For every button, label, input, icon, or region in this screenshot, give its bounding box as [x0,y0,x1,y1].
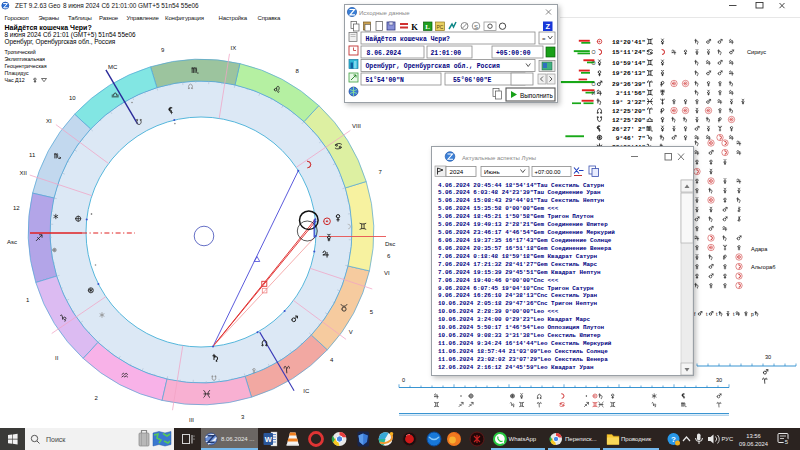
svg-text:7.06.2024 17:21:32 28°41′27″Ge: 7.06.2024 17:21:32 28°41′27″Gem Секстиль… [438,261,598,268]
svg-text:Гороскоп: Гороскоп [5,15,29,21]
svg-text:3°11′56″: 3°11′56″ [616,90,646,97]
svg-text:12°25′20″: 12°25′20″ [612,117,645,124]
svg-text:Актуальные аспекты Луны: Актуальные аспекты Луны [462,155,536,161]
svg-text:5.06.2024 23:46:17 4°46′54″Ge: 5.06.2024 23:46:17 4°46′54″Gem Соединени… [438,229,615,236]
svg-text:Выполнить: Выполнить [520,92,553,99]
svg-text:Июнь: Июнь [484,168,500,175]
svg-text:30: 30 [765,354,771,360]
svg-text:О: О [592,81,596,87]
svg-text:L: L [425,23,430,31]
svg-text:K: K [411,22,418,32]
svg-text:Справка: Справка [258,15,281,21]
svg-text:21:01:00: 21:01:00 [431,50,462,57]
svg-text:Адара: Адара [751,246,768,252]
svg-text:2024: 2024 [450,168,464,175]
svg-text:РУС: РУС [722,436,734,442]
svg-text:5.06.2024 6:03:48 24°23′39″Ta: 5.06.2024 6:03:48 24°23′39″Tau Соединени… [438,189,601,196]
svg-text:9°46′ 7″: 9°46′ 7″ [616,135,646,142]
svg-text:30: 30 [716,377,722,383]
svg-text:11.06.2024 18:57:44 21°03′09″L: 11.06.2024 18:57:44 21°03′09″Leo Секстил… [438,348,608,355]
svg-text:6.06.2024 19:37:35 16°17′43″Ge: 6.06.2024 19:37:35 16°17′43″Gem Соединен… [438,237,612,244]
svg-text:Поиск: Поиск [46,436,66,443]
svg-text:19°26′13″: 19°26′13″ [612,70,645,77]
svg-text:11.06.2024 9:34:24 16°14′44″L: 11.06.2024 9:34:24 16°14′44″Leo Секстиль… [438,340,612,347]
svg-text:7.06.2024 19:40:46 0°00′00″Cn: 7.06.2024 19:40:46 0°00′00″Cnc <<< [438,277,559,284]
svg-text:XII: XII [20,170,28,176]
svg-text:Dsc: Dsc [385,241,395,247]
svg-text:РС: РС [437,24,444,30]
svg-text:Плацидус: Плацидус [5,70,30,76]
svg-text:V: V [349,329,353,335]
svg-text:ZET 9.2.63 Geo: ZET 9.2.63 Geo [15,2,61,9]
svg-text:III: III [189,417,194,423]
svg-text:IC: IC [303,388,310,394]
svg-text:18°20′41″: 18°20′41″ [612,39,645,46]
svg-text:MC: MC [108,64,118,70]
svg-text:10.06.2024 9:08:33 3°31′38″L: 10.06.2024 9:08:33 3°31′38″Leo Секстиль … [438,332,601,339]
svg-text:7.06.2024 0:18:48 18°59′18″Ge: 7.06.2024 0:18:48 18°59′18″Gem Квадрат С… [438,253,598,260]
svg-text:И: И [592,90,596,96]
svg-text:О: О [592,49,596,55]
svg-text:12.06.2024 2:16:12 24°45′59″L: 12.06.2024 2:16:12 24°45′59″Leo Квадрат … [438,364,594,371]
svg-text:10.06.2024 3:24:00 0°29′23″L: 10.06.2024 3:24:00 0°29′23″Leo Квадрат М… [438,316,590,323]
svg-text:10: 10 [69,95,76,101]
svg-text:8.06.2024: 8.06.2024 [367,50,402,57]
svg-text:II: II [55,355,59,361]
svg-text:+07:00.00: +07:00.00 [535,169,561,175]
svg-text:Управление: Управление [127,15,160,21]
svg-text:8 июня 2024 C6 21:01:00 GMT+: 8 июня 2024 C6 21:01:00 GMT+5 51n54 55e0… [63,2,199,9]
svg-text:S: S [474,24,478,30]
svg-text:+05:00:00: +05:00:00 [496,50,531,57]
svg-text:10°59′14″: 10°59′14″ [612,60,645,67]
svg-text:5.06.2024 18:45:21 1°50′58″Ge: 5.06.2024 18:45:21 1°50′58″Gem Тригон Пл… [438,213,594,220]
svg-text:26°27′ 2″: 26°27′ 2″ [612,126,645,133]
svg-text:5.06.2024 15:35:58 0°00′00″Ge: 5.06.2024 15:35:58 0°00′00″Gem <<< [438,205,559,212]
svg-text:Оренбург, Оренбургская обл., Р: Оренбург, Оренбургская обл., Россия [366,62,500,70]
svg-text:Исходные данные: Исходные данные [359,10,410,16]
svg-text:Эклиптикальная: Эклиптикальная [5,56,46,62]
svg-text:Конфигурация: Конфигурация [165,15,204,21]
svg-text:p: p [751,311,754,317]
svg-text:12: 12 [13,205,20,211]
svg-text:15°11′24″: 15°11′24″ [612,49,645,56]
svg-text:Час Д12: Час Д12 [5,77,25,83]
svg-text:55°06′00″E: 55°06′00″E [453,76,492,84]
svg-text:51°54′00″N: 51°54′00″N [366,76,405,84]
svg-text:12°25′20″: 12°25′20″ [612,108,645,115]
svg-text:Найдётся кошечка Чери?: Найдётся кошечка Чери? [366,35,451,43]
svg-text:10.06.2024 5:50:17 1°46′54″L: 10.06.2024 5:50:17 1°46′54″Leo Оппозиция… [438,324,605,331]
svg-text:6.06.2024 20:35:57 16°51′18″Ge: 6.06.2024 20:35:57 16°51′18″Gem Соединен… [438,245,612,252]
svg-text:IX: IX [231,45,237,51]
svg-text:0: 0 [402,377,405,383]
svg-text:29°36′39″: 29°36′39″ [612,81,645,88]
svg-text:11.06.2024 23:02:02 23°07′29″L: 11.06.2024 23:02:02 23°07′29″Leo Секстил… [438,356,608,363]
svg-text:Экраны: Экраны [39,15,60,21]
svg-text:13:56: 13:56 [746,433,761,439]
svg-text:Сириус: Сириус [747,49,766,55]
svg-text:VIII: VIII [352,123,361,129]
svg-text:О: О [592,60,596,66]
svg-text:8.06.2024 ...: 8.06.2024 ... [221,436,255,442]
svg-text:4.06.2024 20:45:44 18°54′14″Ta: 4.06.2024 20:45:44 18°54′14″Tau Секстиль… [438,182,605,189]
svg-text:9.06.2024 6:07:45 19°04′10″Cn: 9.06.2024 6:07:45 19°04′10″Cnc Тригон Са… [438,285,594,292]
svg-text:Альгораб: Альгораб [751,264,775,270]
svg-text:Настройка: Настройка [219,15,248,21]
svg-text:5.06.2024 19:49:13 2°28′21″Ge: 5.06.2024 19:49:13 2°28′21″Gem Соединени… [438,221,608,228]
svg-text:11: 11 [29,152,36,158]
svg-text:VI: VI [384,270,390,276]
svg-text:Таблицы: Таблицы [68,15,92,21]
svg-text:10.06.2024 2:28:39 0°00′00″L: 10.06.2024 2:28:39 0°00′00″Leo <<< [438,308,559,315]
svg-text:Разное: Разное [99,15,119,21]
svg-text:09.06.2024: 09.06.2024 [739,441,769,447]
svg-text:5.06.2024 15:08:43 29°44′01″Ta: 5.06.2024 15:08:43 29°44′01″Tau Секстиль… [438,197,605,204]
svg-text:Тропический: Тропический [5,49,36,55]
svg-text:Оренбург, Оренбургская обл., Р: Оренбург, Оренбургская обл., Россия [5,38,116,46]
svg-text:Переписк...: Переписк... [565,436,597,442]
svg-text:Asc: Asc [7,239,17,245]
svg-text:9.06.2024 16:26:10 24°38′13″Cn: 9.06.2024 16:26:10 24°38′13″Cnc Секстиль… [438,292,598,299]
svg-text:19° 3′32″: 19° 3′32″ [612,99,645,106]
svg-text:Проводник: Проводник [621,436,651,442]
svg-text:XI: XI [46,118,52,124]
svg-text:Геоцентрическая: Геоцентрическая [5,63,47,69]
svg-text:Z: Z [545,22,550,31]
